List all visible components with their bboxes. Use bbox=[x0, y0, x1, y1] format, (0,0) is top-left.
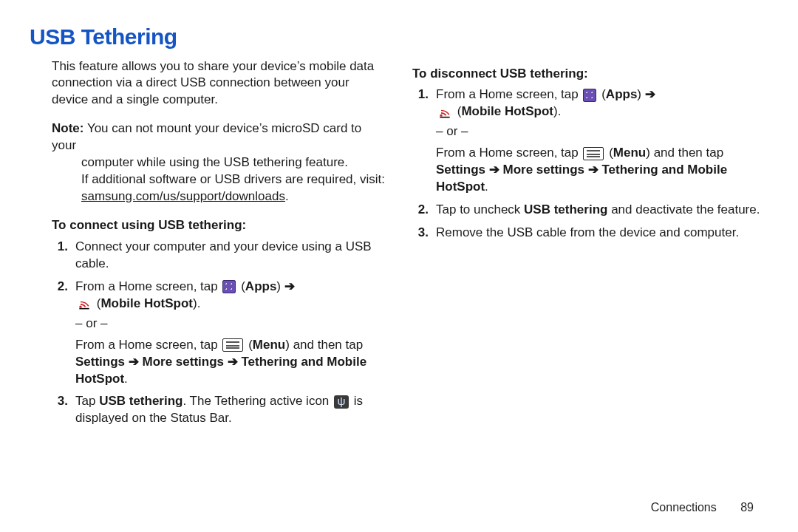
list-item: 2. From a Home screen, tap (Apps) ➔ (Mob… bbox=[52, 279, 386, 388]
list-item: 2. Tap to uncheck USB tethering and deac… bbox=[412, 202, 768, 219]
step-3-body: Tap USB tethering. The Tethering active … bbox=[75, 393, 386, 427]
disconnect-heading: To disconnect USB tethering: bbox=[412, 66, 768, 83]
menu-icon bbox=[583, 147, 604, 160]
or-separator: – or – bbox=[436, 123, 768, 140]
svg-point-0 bbox=[79, 306, 81, 308]
d-step-2-body: Tap to uncheck USB tethering and deactiv… bbox=[436, 202, 768, 219]
note-line1: You can not mount your device’s microSD … bbox=[52, 121, 361, 152]
note-line3: If additional software or USB drivers ar… bbox=[81, 172, 385, 186]
step-1-body: Connect your computer and your device us… bbox=[75, 239, 386, 273]
two-column-layout: This feature allows you to share your de… bbox=[30, 58, 768, 438]
list-item: 3. Tap USB tethering. The Tethering acti… bbox=[52, 393, 386, 427]
footer-section: Connections bbox=[651, 501, 717, 514]
disconnect-steps: 1. From a Home screen, tap (Apps) ➔ (Mob… bbox=[412, 86, 768, 242]
note-block: Note: You can not mount your device’s mi… bbox=[30, 120, 386, 205]
d-step-1-body: From a Home screen, tap (Apps) ➔ (Mobile… bbox=[436, 86, 768, 196]
menu-icon bbox=[222, 338, 243, 352]
d-step-3-body: Remove the USB cable from the device and… bbox=[436, 225, 768, 242]
right-column: To disconnect USB tethering: 1. From a H… bbox=[412, 58, 768, 438]
apps-icon bbox=[583, 89, 596, 102]
page-title: USB Tethering bbox=[30, 22, 768, 52]
support-link[interactable]: samsung.com/us/support/downloads bbox=[81, 189, 285, 203]
list-item: 1. Connect your computer and your device… bbox=[52, 239, 386, 273]
connect-steps: 1. Connect your computer and your device… bbox=[30, 239, 386, 427]
page-number: 89 bbox=[740, 501, 754, 514]
tethering-active-icon bbox=[334, 395, 349, 409]
hotspot-icon bbox=[437, 103, 452, 120]
apps-icon bbox=[222, 280, 236, 293]
step-2-body: From a Home screen, tap (Apps) ➔ (Mobile… bbox=[75, 279, 386, 388]
note-line2: computer while using the USB tethering f… bbox=[81, 155, 348, 169]
list-item: 3. Remove the USB cable from the device … bbox=[412, 225, 768, 242]
or-separator: – or – bbox=[75, 316, 386, 332]
list-item: 1. From a Home screen, tap (Apps) ➔ (Mob… bbox=[412, 86, 768, 196]
left-column: This feature allows you to share your de… bbox=[30, 58, 386, 438]
intro-paragraph: This feature allows you to share your de… bbox=[30, 58, 386, 109]
hotspot-icon bbox=[77, 296, 92, 313]
page-footer: Connections 89 bbox=[651, 499, 754, 516]
connect-heading: To connect using USB tethering: bbox=[52, 217, 386, 234]
svg-point-1 bbox=[440, 114, 442, 116]
note-label: Note: bbox=[52, 121, 83, 135]
